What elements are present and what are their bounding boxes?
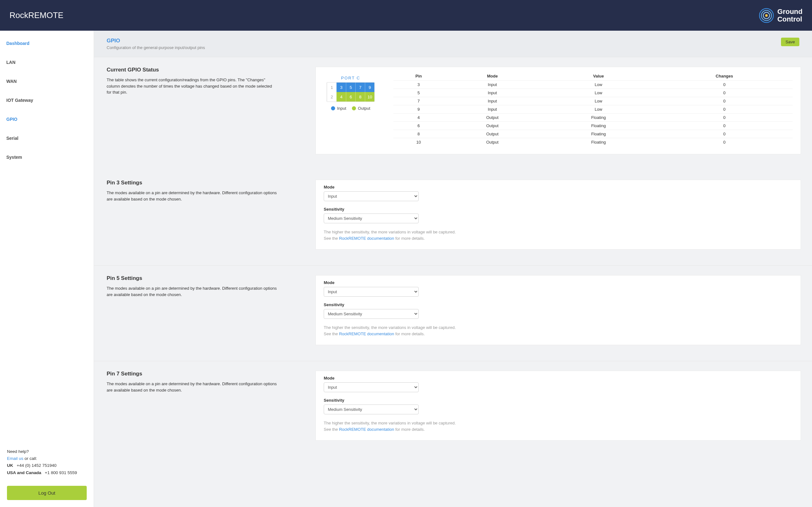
section-pin-settings: Pin 7 Settings The modes available on a … — [94, 361, 812, 456]
sidebar-item-dashboard[interactable]: Dashboard — [0, 34, 94, 53]
pin-cell-2: 2 — [327, 92, 336, 102]
help-heading: Need help? — [7, 448, 87, 455]
sidebar-item-gpio[interactable]: GPIO — [0, 110, 94, 129]
sidebar-item-wan[interactable]: WAN — [0, 72, 94, 91]
legend-dot-input — [331, 106, 335, 110]
status-title: Current GPIO Status — [107, 67, 303, 73]
pin-cell-4: 4 — [336, 92, 346, 102]
page-title: GPIO — [107, 38, 205, 44]
pin-cell-1: 1 — [327, 82, 336, 92]
sensitivity-hint: The higher the sensitivity, the more var… — [324, 420, 793, 432]
sensitivity-label: Sensitivity — [324, 398, 793, 403]
table-row: 6OutputFloating0 — [393, 122, 793, 130]
mode-label: Mode — [324, 376, 793, 381]
table-row: 10OutputFloating0 — [393, 138, 793, 147]
pin-settings-desc: The modes available on a pin are determi… — [107, 285, 277, 298]
table-row: 9InputLow0 — [393, 105, 793, 114]
table-row: 4OutputFloating0 — [393, 114, 793, 122]
pin-settings-title: Pin 3 Settings — [107, 180, 303, 186]
sensitivity-hint: The higher the sensitivity, the more var… — [324, 229, 793, 241]
main-content: GPIO Configuration of the general-purpos… — [94, 31, 812, 507]
sidebar-item-serial[interactable]: Serial — [0, 129, 94, 148]
page-subtitle: Configuration of the general-purpose inp… — [107, 45, 205, 50]
port-name: PORT C — [324, 75, 378, 80]
help-block: Need help? Email us or call: UK +44 (0) … — [7, 448, 87, 476]
email-us-link[interactable]: Email us — [7, 456, 23, 461]
col-changes: Changes — [656, 72, 793, 81]
usa-phone: +1 800 931 5559 — [45, 470, 77, 475]
col-value: Value — [541, 72, 656, 81]
swirl-icon — [759, 8, 774, 23]
sidebar-footer: Need help? Email us or call: UK +44 (0) … — [0, 441, 94, 507]
sidebar-nav: Dashboard LAN WAN IOT Gateway GPIO Seria… — [0, 31, 94, 170]
sidebar: Dashboard LAN WAN IOT Gateway GPIO Seria… — [0, 31, 94, 507]
pin-cell-9: 9 — [365, 82, 374, 92]
logout-button[interactable]: Log Out — [7, 486, 87, 500]
section-pin-settings: Pin 5 Settings The modes available on a … — [94, 265, 812, 361]
legend: Input Output — [324, 106, 378, 111]
page-header: GPIO Configuration of the general-purpos… — [94, 31, 812, 57]
pin-settings-desc: The modes available on a pin are determi… — [107, 190, 277, 202]
mode-label: Mode — [324, 280, 793, 285]
pin-cell-8: 8 — [356, 92, 365, 102]
pin-settings-title: Pin 7 Settings — [107, 371, 303, 377]
section-pin-settings: Pin 3 Settings The modes available on a … — [94, 170, 812, 265]
status-desc: The table shows the current configuratio… — [107, 77, 277, 96]
pin-settings-title: Pin 5 Settings — [107, 275, 303, 281]
save-button[interactable]: Save — [781, 38, 799, 46]
status-table: Pin Mode Value Changes 3InputLow05InputL… — [393, 72, 793, 146]
col-mode: Mode — [444, 72, 541, 81]
pin-settings-desc: The modes available on a pin are determi… — [107, 381, 277, 393]
sensitivity-select[interactable]: Medium Sensitivity — [324, 309, 419, 319]
table-row: 7InputLow0 — [393, 97, 793, 105]
brand-text: Ground Control — [777, 8, 803, 22]
sidebar-item-iot[interactable]: IOT Gateway — [0, 91, 94, 110]
mode-select[interactable]: Input — [324, 382, 419, 392]
sidebar-item-system[interactable]: System — [0, 148, 94, 167]
topbar: RockREMOTE Ground Control — [0, 0, 812, 31]
section-status: Current GPIO Status The table shows the … — [94, 57, 812, 170]
sensitivity-hint: The higher the sensitivity, the more var… — [324, 325, 793, 337]
pin-cell-7: 7 — [356, 82, 365, 92]
doc-link[interactable]: RockREMOTE documentation — [339, 236, 394, 241]
pin-cell-3: 3 — [336, 82, 346, 92]
pin-cell-10: 10 — [365, 92, 374, 102]
legend-dot-output — [352, 106, 356, 110]
uk-phone: +44 (0) 1452 751940 — [17, 463, 57, 468]
brand-logo: Ground Control — [759, 8, 803, 23]
doc-link[interactable]: RockREMOTE documentation — [339, 427, 394, 432]
sensitivity-label: Sensitivity — [324, 207, 793, 212]
mode-select[interactable]: Input — [324, 191, 419, 201]
mode-label: Mode — [324, 185, 793, 189]
sidebar-item-lan[interactable]: LAN — [0, 53, 94, 72]
col-pin: Pin — [393, 72, 444, 81]
table-row: 8OutputFloating0 — [393, 130, 793, 138]
svg-point-3 — [765, 14, 768, 17]
pin-cell-5: 5 — [346, 82, 356, 92]
product-name: RockREMOTE — [9, 10, 63, 20]
table-row: 3InputLow0 — [393, 81, 793, 89]
doc-link[interactable]: RockREMOTE documentation — [339, 332, 394, 336]
port-visual: PORT C 1 3 5 7 9 2 4 — [324, 72, 378, 111]
mode-select[interactable]: Input — [324, 287, 419, 297]
sensitivity-label: Sensitivity — [324, 302, 793, 307]
sensitivity-select[interactable]: Medium Sensitivity — [324, 404, 419, 414]
table-row: 5InputLow0 — [393, 89, 793, 97]
pin-cell-6: 6 — [346, 92, 356, 102]
sensitivity-select[interactable]: Medium Sensitivity — [324, 214, 419, 223]
pin-grid: 1 3 5 7 9 2 4 6 8 10 — [327, 82, 375, 102]
